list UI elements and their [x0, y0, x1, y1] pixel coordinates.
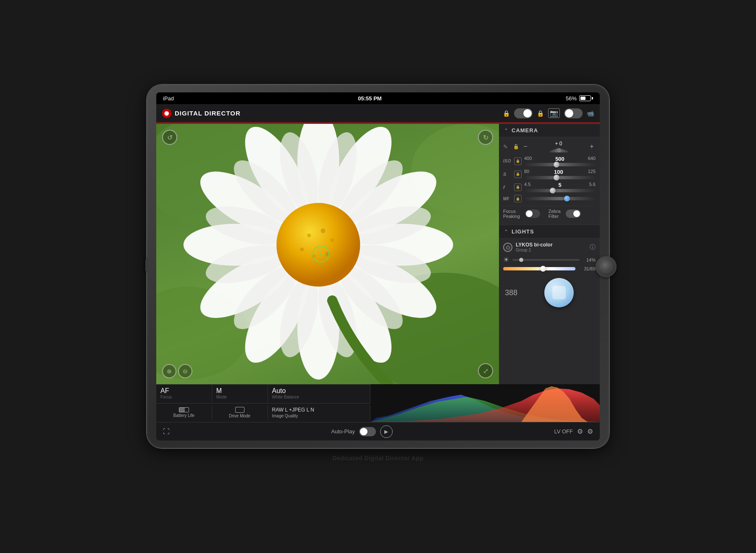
aperture-slider[interactable]	[524, 189, 596, 192]
focus-value: AF	[160, 387, 207, 395]
battery-life-icon	[179, 407, 189, 412]
brightness-row: ☀ 14%	[503, 256, 596, 264]
ev-minus-button[interactable]: −	[522, 143, 529, 150]
header-controls: 🔒 🔒 📷 📹	[503, 108, 594, 118]
image-quality-label: Image Quality	[272, 414, 298, 418]
mf-row: MF 🔒	[503, 195, 596, 202]
toggle-1[interactable]	[514, 108, 533, 118]
camera-section-header[interactable]: ⌃ CAMERA	[499, 124, 600, 137]
autoplay-toggle[interactable]	[359, 427, 376, 436]
zoom-out-button[interactable]: ⊖	[178, 364, 192, 378]
app-header: ⬤ DIGITAL DIRECTOR 🔒 🔒 📷 📹	[156, 104, 600, 123]
page-caption: Dedicated Digital Director App	[326, 448, 430, 468]
mf-label: MF	[503, 197, 512, 201]
mf-slider[interactable]	[524, 197, 596, 200]
lock-icon-2: 🔒	[537, 110, 544, 117]
shutter-center: 100	[554, 169, 563, 175]
footer-bar: ⛶ Auto-Play ▶ LV OFF ⚙ ⚙	[156, 422, 600, 440]
lv-off-label: LV OFF	[554, 428, 573, 435]
bottom-info: AF Focus M Mode Auto White Balance	[156, 384, 370, 422]
fullscreen-button[interactable]: ⤢	[478, 363, 493, 378]
footer-center: Auto-Play ▶	[331, 425, 393, 438]
lights-device-row: ⏻ LYKOS bi-color Group 2 ⓘ	[503, 242, 596, 252]
home-button[interactable]	[596, 256, 617, 277]
device-info-icon[interactable]: ⓘ	[590, 244, 596, 251]
zoom-in-button[interactable]: ⊕	[162, 364, 176, 378]
focus-label: Focus	[160, 395, 207, 399]
focus-cell: AF Focus	[156, 385, 212, 403]
iso-lock[interactable]: 🔒	[514, 157, 522, 165]
color-temp-slider[interactable]	[503, 267, 575, 270]
mode-value: M	[216, 387, 263, 395]
peaking-row: FocusPeaking ZebraFilter	[503, 206, 596, 221]
battery-life-label: Battery Life	[173, 413, 195, 418]
aperture-row: f 🔒 4.5 5 5.6	[503, 182, 596, 192]
histogram-area	[370, 384, 600, 422]
ev-icon: ✎	[503, 144, 511, 150]
footer-left: ⛶	[163, 428, 170, 435]
camera-section-title: CAMERA	[512, 127, 538, 134]
aperture-right: 5.6	[589, 182, 596, 188]
image-quality-value: RAW L +JPEG L N	[272, 407, 314, 413]
folder-icon: ⛶	[163, 428, 170, 435]
mf-lock[interactable]: 🔒	[514, 195, 522, 202]
toggle-2[interactable]	[564, 108, 583, 118]
aperture-left: 4.5	[524, 182, 530, 188]
histogram-svg	[370, 384, 600, 422]
lights-chevron-icon: ⌃	[504, 229, 508, 235]
device-info: LYKOS bi-color Group 2	[516, 242, 586, 252]
logo-icon: ⬤	[162, 109, 171, 118]
wb-label: White Balance	[272, 395, 366, 399]
ipad-screen: iPad 05:55 PM 56% ⬤ DIGITAL DIRECTOR 🔒	[156, 92, 600, 440]
device-name: LYKOS bi-color	[516, 242, 586, 248]
current-time: 05:55 PM	[358, 95, 381, 102]
shutter-label: S	[503, 172, 512, 177]
iso-label: ISO	[503, 159, 512, 163]
lights-power-button[interactable]: ⏻	[503, 243, 512, 252]
iso-left: 400	[524, 156, 532, 162]
bottom-bar: AF Focus M Mode Auto White Balance	[156, 384, 600, 422]
aperture-lock[interactable]: 🔒	[514, 183, 522, 191]
bottom-info-top: AF Focus M Mode Auto White Balance	[156, 385, 370, 404]
rotate-left-button[interactable]: ↺	[162, 130, 177, 145]
ev-plus-button[interactable]: +	[588, 143, 596, 150]
shutter-slider[interactable]	[524, 176, 596, 179]
brightness-percent: 14%	[583, 257, 596, 262]
camera-view[interactable]: ↺ ↻ ⊕ ⊖ ⤢	[156, 124, 499, 384]
ev-lock-icon: 🔓	[513, 144, 519, 149]
aperture-center: 5	[558, 182, 561, 188]
iso-values: 400 500 640	[524, 156, 596, 166]
svg-point-29	[307, 233, 311, 237]
drive-mode-icon	[235, 407, 244, 413]
shutter-lock[interactable]: 🔒	[514, 170, 522, 178]
ipad-shell: iPad 05:55 PM 56% ⬤ DIGITAL DIRECTOR 🔒	[147, 85, 609, 448]
rotate-right-button[interactable]: ↻	[478, 130, 493, 145]
zebra-filter-toggle[interactable]	[566, 210, 581, 218]
brightness-slider[interactable]	[512, 259, 580, 261]
sun-icon: ☀	[503, 256, 509, 264]
capture-icon	[552, 286, 566, 299]
camera-chevron-icon: ⌃	[504, 128, 508, 134]
bottom-info-bottom: Battery Life Drive Mode RAW L +JPEG L N …	[156, 404, 370, 422]
camera-mode-icon: 📷	[548, 108, 560, 118]
battery-percent: 56%	[566, 95, 577, 102]
app-title: DIGITAL DIRECTOR	[175, 110, 241, 117]
lights-controls: ⏻ LYKOS bi-color Group 2 ⓘ ☀ 14%	[499, 238, 600, 314]
device-group: Group 2	[516, 248, 586, 252]
status-bar: iPad 05:55 PM 56%	[156, 92, 600, 104]
mode-cell: M Mode	[212, 385, 268, 403]
svg-point-34	[300, 248, 304, 252]
color-temp-value: 31/69	[579, 266, 596, 271]
lights-section-title: LIGHTS	[512, 228, 534, 235]
focus-peaking-toggle[interactable]	[525, 210, 540, 218]
play-button[interactable]: ▶	[380, 425, 393, 438]
shutter-right: 125	[588, 169, 596, 175]
capture-button[interactable]	[544, 278, 574, 307]
lights-section-header[interactable]: ⌃ LIGHTS	[499, 225, 600, 238]
iso-slider[interactable]	[524, 163, 596, 166]
battery-cell: Battery Life	[156, 406, 212, 419]
footer-right: LV OFF ⚙ ⚙	[554, 427, 593, 435]
drive-cell: Drive Mode	[212, 405, 268, 420]
side-button[interactable]	[145, 259, 148, 272]
svg-point-28	[276, 203, 360, 286]
